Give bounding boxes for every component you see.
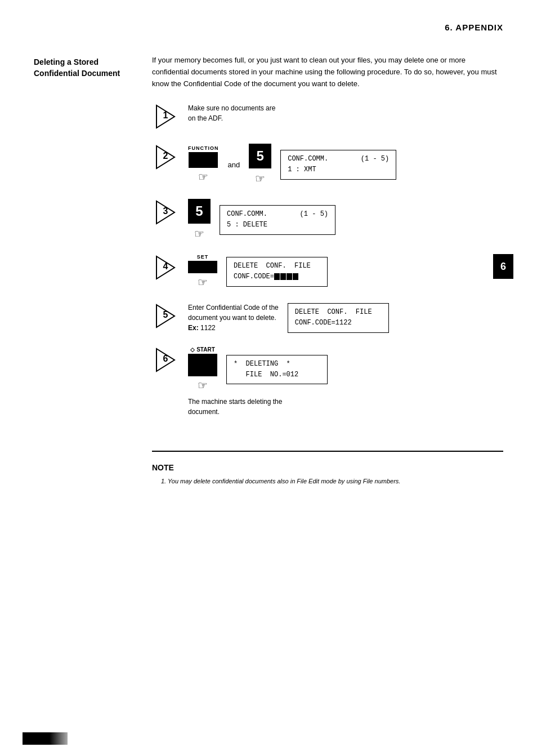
step-1-text-line1: Make sure no documents are — [188, 104, 275, 112]
section-title: Deleting a Stored Confidential Document — [34, 57, 146, 79]
step-1-content: Make sure no documents are on the ADF. — [188, 103, 503, 123]
section-title-line2: Confidential Document — [34, 68, 146, 79]
hand-icon-4: ☞ — [198, 275, 208, 289]
footer-bar — [23, 732, 68, 745]
conf-sq-4 — [293, 273, 298, 280]
step-6-display-line2: FILE NO.=012 — [234, 370, 320, 380]
start-btn-group: ◇START ☞ — [188, 346, 217, 392]
note-title: NOTE — [152, 463, 503, 472]
start-btn[interactable] — [188, 354, 217, 376]
step-5-display-line1: DELETE CONF. FILE — [295, 307, 382, 318]
note-item-1: 1. You may delete confidential documents… — [161, 477, 503, 487]
step-4-display-line2: CONF.CODE= — [234, 272, 320, 282]
intro-text: If your memory becomes full, or you just… — [152, 55, 503, 90]
step-1-row: 1 Make sure no documents are on the ADF. — [152, 103, 503, 130]
step-5-ex-label: Ex: — [188, 324, 199, 332]
hand-icon-1: ☞ — [198, 170, 208, 184]
step-1-text-line2: on the ADF. — [188, 114, 223, 122]
step-5-badge: 5 — [152, 303, 179, 330]
step-3-content: 5 ☞ CONF.COMM. (1 - 5) 5 : DELETE — [188, 199, 503, 241]
step-4-num: 4 — [163, 262, 168, 272]
num5-key-step3[interactable]: 5 — [188, 199, 211, 224]
step-5-display: DELETE CONF. FILE CONF.CODE=1122 — [288, 303, 389, 332]
step-3-display: CONF.COMM. (1 - 5) 5 : DELETE — [220, 205, 335, 234]
function-label: FUNCTION — [188, 145, 219, 151]
step-6-row: 6 ◇START ☞ * DELET — [152, 346, 503, 417]
hand-icon-2: ☞ — [255, 172, 265, 185]
step-2-display: CONF.COMM. (1 - 5) 1 : XMT — [280, 150, 396, 179]
step-4-display-line1: DELETE CONF. FILE — [234, 261, 320, 272]
step-3-display-line1: CONF.COMM. (1 - 5) — [227, 209, 328, 220]
conf-sq-2 — [280, 273, 286, 280]
note-section: NOTE 1. You may delete confidential docu… — [152, 451, 503, 487]
step-2-num: 2 — [163, 152, 168, 162]
step-5-text: Enter Confidential Code of the document … — [188, 303, 279, 333]
conf-sq-3 — [287, 273, 292, 280]
step-5-num: 5 — [163, 310, 168, 321]
step-1-badge: 1 — [152, 103, 179, 130]
function-btn-group: FUNCTION ☞ — [188, 145, 219, 184]
set-btn[interactable] — [188, 261, 217, 273]
step-2-badge: 2 — [152, 144, 179, 171]
step-3-display-line2: 5 : DELETE — [227, 220, 328, 230]
page: 6. APPENDIX Deleting a Stored Confidenti… — [0, 0, 537, 756]
step-5-ex-val: 1122 — [200, 324, 216, 332]
step-2-row: 2 FUNCTION ☞ and 5 ☞ — [152, 144, 503, 185]
steps-container: 1 Make sure no documents are on the ADF. — [152, 103, 503, 417]
start-label: ◇START — [190, 346, 215, 353]
step-3-badge: 3 — [152, 199, 179, 226]
hand-icon-6: ☞ — [198, 379, 208, 392]
step-6-display: * DELETING * FILE NO.=012 — [226, 355, 328, 384]
set-label: SET — [197, 254, 209, 260]
step-4-display: DELETE CONF. FILE CONF.CODE= — [226, 257, 328, 286]
step-5-text-line2: document you want to delete. — [188, 314, 276, 322]
step-2-display-line2: 1 : XMT — [288, 164, 389, 175]
step-6-footer-line2: document. — [188, 408, 220, 416]
step-2-content: FUNCTION ☞ and 5 ☞ CONF.COMM. — [188, 144, 503, 185]
step-2-display-line1: CONF.COMM. (1 - 5) — [288, 154, 389, 164]
step-6-footer-line1: The machine starts deleting the — [188, 398, 282, 406]
step-6-num: 6 — [163, 354, 168, 364]
diamond-icon: ◇ — [190, 346, 195, 353]
step-4-content: SET ☞ DELETE CONF. FILE CONF.CODE= — [188, 254, 503, 289]
step-3-num: 3 — [163, 207, 168, 217]
and-text: and — [228, 161, 240, 169]
step-2-visual: FUNCTION ☞ and 5 ☞ — [188, 144, 271, 185]
step-5-text-line1: Enter Confidential Code of the — [188, 304, 279, 312]
step-3-visual: 5 ☞ — [188, 199, 211, 241]
function-btn[interactable] — [189, 152, 218, 168]
step-6-footer-text: The machine starts deleting the document… — [188, 397, 282, 417]
step-4-row: 4 SET ☞ DELETE CONF. FILE CONF.CODE= — [152, 254, 503, 289]
step-1-num: 1 — [163, 111, 168, 121]
page-header: 6. APPENDIX — [34, 23, 503, 32]
conf-sq-1 — [274, 273, 280, 280]
set-btn-group: SET ☞ — [188, 254, 217, 289]
section-6-tab: 6 — [493, 254, 513, 279]
main-content: If your memory becomes full, or you just… — [152, 55, 503, 487]
step-4-badge: 4 — [152, 254, 179, 281]
header-label: 6. APPENDIX — [445, 23, 503, 32]
step-5-content: Enter Confidential Code of the document … — [188, 303, 503, 333]
step-5-display-line2: CONF.CODE=1122 — [295, 318, 382, 328]
step-6-content: ◇START ☞ * DELETING * FILE NO.=012 — [188, 346, 503, 417]
section-title-line1: Deleting a Stored — [34, 57, 146, 68]
step-6-display-line1: * DELETING * — [234, 359, 320, 370]
step-5-row: 5 Enter Confidential Code of the documen… — [152, 303, 503, 333]
num5-key-step2[interactable]: 5 — [249, 144, 271, 168]
step-3-row: 3 5 ☞ CONF.COMM. (1 - 5) 5 : DELETE — [152, 199, 503, 241]
hand-icon-3: ☞ — [194, 227, 204, 241]
step-1-text: Make sure no documents are on the ADF. — [188, 103, 275, 123]
step-6-badge: 6 — [152, 346, 179, 373]
